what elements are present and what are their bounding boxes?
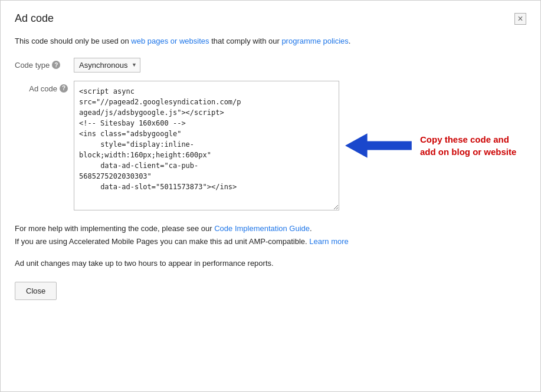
web-pages-link[interactable]: web pages or websites: [131, 37, 209, 45]
close-x-button[interactable]: ×: [514, 13, 526, 25]
close-button[interactable]: Close: [15, 282, 57, 300]
arrow-annotation: Copy these code and add on blog or websi…: [339, 133, 526, 159]
programme-policies-link[interactable]: programme policies: [281, 37, 348, 45]
footer-text: For more help with implementing the code…: [15, 222, 526, 248]
ad-code-row: Ad code ? Copy these code and add on blo…: [15, 81, 526, 210]
ad-code-textarea[interactable]: [74, 81, 339, 210]
ad-code-dialog: Ad code × This code should only be used …: [0, 0, 541, 392]
code-type-select-wrapper[interactable]: Asynchronous Synchronous: [74, 58, 140, 73]
ad-code-area-wrapper: Copy these code and add on blog or websi…: [74, 81, 526, 210]
intro-text-after: .: [349, 37, 351, 45]
code-type-row: Code type ? Asynchronous Synchronous: [15, 58, 526, 73]
footer-line1-before: For more help with implementing the code…: [15, 224, 214, 233]
code-type-select[interactable]: Asynchronous Synchronous: [74, 58, 140, 73]
annotation-text: Copy these code and add on blog or websi…: [420, 133, 526, 158]
code-type-help-icon[interactable]: ?: [52, 61, 60, 69]
intro-text-between: that comply with our: [209, 37, 282, 45]
dialog-title: Ad code: [15, 12, 54, 25]
learn-more-link[interactable]: Learn more: [309, 237, 348, 246]
intro-paragraph: This code should only be used on web pag…: [15, 35, 526, 47]
ad-code-help-icon[interactable]: ?: [60, 84, 68, 93]
footer-line2-before: If you are using Accelerated Mobile Page…: [15, 237, 309, 246]
ad-code-label: Ad code ?: [15, 81, 74, 93]
intro-text-before-link1: This code should only be used on: [15, 37, 131, 45]
code-type-label: Code type ?: [15, 61, 74, 70]
code-implementation-guide-link[interactable]: Code Implementation Guide: [214, 224, 310, 233]
arrow-icon: [345, 133, 412, 159]
dialog-header: Ad code ×: [15, 12, 526, 25]
footer-note: Ad unit changes may take up to two hours…: [15, 259, 526, 268]
svg-marker-0: [345, 133, 412, 157]
footer-line1-after: .: [310, 224, 312, 233]
